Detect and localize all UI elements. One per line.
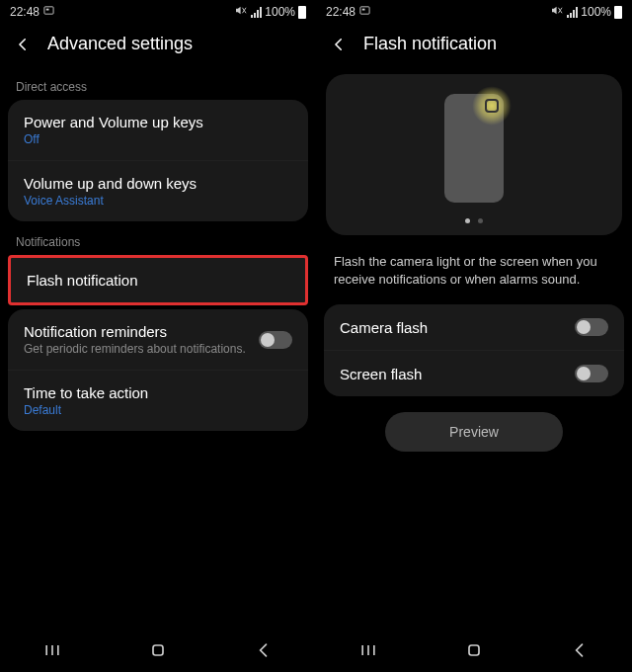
illustration-card	[326, 74, 622, 235]
svg-rect-1	[46, 9, 49, 11]
row-flash-notification[interactable]: Flash notification	[8, 255, 308, 305]
row-title: Camera flash	[340, 319, 563, 336]
svg-rect-9	[362, 9, 365, 11]
status-bar: 22:48 100%	[316, 0, 632, 24]
row-title: Screen flash	[340, 366, 563, 382]
home-icon[interactable]	[148, 640, 168, 664]
row-sub: Off	[24, 132, 292, 146]
section-notifications-rest: Notification reminders Get periodic remi…	[8, 309, 308, 431]
toggle-camera-flash[interactable]	[575, 318, 608, 336]
pager-dots[interactable]	[465, 218, 483, 223]
preview-button[interactable]: Preview	[385, 412, 563, 452]
status-time: 22:48	[10, 5, 40, 19]
phone-illustration	[444, 94, 504, 203]
mute-icon	[235, 5, 248, 19]
dot-1[interactable]	[465, 218, 470, 223]
screen-flash-notification: 22:48 100% Flash notification	[316, 0, 632, 672]
flash-options: Camera flash Screen flash	[324, 304, 624, 396]
nav-bar	[316, 632, 632, 672]
signal-icon	[251, 7, 262, 18]
toggle-screen-flash[interactable]	[575, 365, 608, 382]
dot-2[interactable]	[478, 218, 483, 223]
row-sub: Voice Assistant	[24, 194, 292, 208]
row-title: Flash notification	[27, 272, 289, 289]
back-icon[interactable]	[330, 36, 348, 53]
screenshot-icon	[43, 5, 54, 19]
mute-icon	[551, 5, 564, 19]
svg-rect-15	[469, 645, 479, 655]
row-volume-up-down[interactable]: Volume up and down keys Voice Assistant	[8, 160, 308, 221]
nav-bar	[0, 632, 316, 672]
home-icon[interactable]	[464, 640, 484, 664]
recents-icon[interactable]	[42, 640, 62, 664]
section-direct-access-label: Direct access	[0, 74, 316, 100]
toggle-notification-reminders[interactable]	[259, 331, 292, 349]
back-icon[interactable]	[14, 36, 32, 53]
row-sub: Default	[24, 403, 292, 417]
description-text: Flash the camera light or the screen whe…	[316, 245, 632, 304]
recents-icon[interactable]	[358, 640, 378, 664]
flash-glow-icon	[472, 86, 512, 126]
row-title: Power and Volume up keys	[24, 114, 292, 130]
section-notifications-label: Notifications	[0, 229, 316, 255]
battery-pct: 100%	[581, 5, 611, 19]
page-title: Flash notification	[363, 34, 497, 54]
row-title: Volume up and down keys	[24, 175, 292, 192]
header: Flash notification	[316, 24, 632, 74]
row-screen-flash[interactable]: Screen flash	[324, 350, 624, 396]
status-bar: 22:48 100%	[0, 0, 316, 24]
battery-pct: 100%	[265, 5, 295, 19]
row-sub: Get periodic reminders about notificatio…	[24, 342, 247, 356]
back-nav-icon[interactable]	[254, 640, 274, 664]
svg-rect-7	[153, 645, 163, 655]
battery-icon	[298, 6, 306, 19]
screen-advanced-settings: 22:48 100% Advanced settings Direct acce…	[0, 0, 316, 672]
row-notification-reminders[interactable]: Notification reminders Get periodic remi…	[8, 309, 308, 370]
page-title: Advanced settings	[47, 34, 193, 54]
row-camera-flash[interactable]: Camera flash	[324, 304, 624, 350]
battery-icon	[614, 6, 622, 19]
row-power-volume-up[interactable]: Power and Volume up keys Off	[8, 100, 308, 160]
header: Advanced settings	[0, 24, 316, 74]
row-title: Notification reminders	[24, 323, 247, 340]
status-time: 22:48	[326, 5, 356, 19]
row-title: Time to take action	[24, 384, 292, 401]
signal-icon	[567, 7, 578, 18]
back-nav-icon[interactable]	[570, 640, 590, 664]
row-time-to-take-action[interactable]: Time to take action Default	[8, 370, 308, 431]
section-direct-access: Power and Volume up keys Off Volume up a…	[8, 100, 308, 221]
screenshot-icon	[359, 5, 370, 19]
